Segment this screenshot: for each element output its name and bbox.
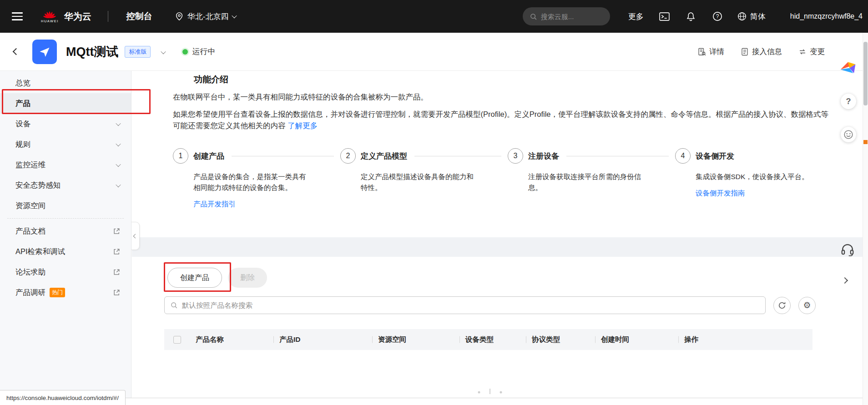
top-navbar: HUAWEI 华为云 控制台 华北-北京四 更多 [0,0,868,33]
details-icon [698,48,706,56]
language-label: 简体 [750,11,766,22]
sidebar-item-rules[interactable]: 规则 [0,134,131,155]
search-icon [530,13,537,20]
instance-switch-chevron[interactable] [161,48,165,56]
sidebar: 总览 产品 设备 规则 监控运维 安全态势感知 资源空间 产品文档 [0,71,131,398]
sidebar-item-resource-space[interactable]: 资源空间 [0,195,131,216]
assistant-mascot-icon[interactable] [839,59,857,75]
access-info-button[interactable]: 接入信息 [741,47,782,57]
step-device-dev: 4 设备侧开发 集成设备侧SDK，使设备接入平台。 设备侧开发指南 [675,148,843,209]
delete-button[interactable]: 删除 [228,268,267,288]
global-search-input[interactable] [541,13,595,20]
change-button[interactable]: 变更 [798,47,825,57]
sidebar-item-forum-help[interactable]: 论坛求助 [0,262,131,282]
empty-state-glyph [476,387,504,397]
column-resource-space: 资源空间 [372,329,459,350]
product-list-section: 创建产品 删除 ⚙ 产品名称 [132,257,863,398]
external-link-icon [113,248,120,255]
column-product-name: 产品名称 [190,329,273,350]
external-link-icon [113,269,120,275]
huawei-flower-icon [42,10,57,19]
sidebar-item-product-docs[interactable]: 产品文档 [0,221,131,241]
region-selector[interactable]: 华北-北京四 [175,11,237,22]
chevron-down-icon [232,13,237,18]
sidebar-item-product-survey[interactable]: 产品调研 热门 [0,282,131,303]
chevron-down-icon [116,141,121,146]
scrollbar-thumb[interactable] [863,42,868,105]
svg-text:?: ? [716,13,719,20]
step-number: 3 [508,148,523,164]
create-product-button[interactable]: 创建产品 [167,268,222,288]
iot-app-icon [32,40,57,64]
step-number: 1 [173,148,188,164]
status-label: 运行中 [192,46,215,57]
sidebar-item-api-explorer[interactable]: API检索和调试 [0,241,131,262]
sidebar-item-security[interactable]: 安全态势感知 [0,175,131,195]
details-label: 详情 [709,47,724,57]
notifications-bell-icon[interactable] [686,11,696,22]
globe-icon [737,12,747,21]
step-number: 4 [675,148,691,164]
access-info-icon [741,48,749,56]
sidebar-item-monitoring[interactable]: 监控运维 [0,155,131,175]
help-float-button[interactable]: ? [841,94,856,109]
hamburger-menu-icon[interactable] [12,12,23,20]
column-product-id: 产品ID [273,329,372,350]
section-gap [132,237,863,257]
region-label: 华北-北京四 [187,11,229,22]
learn-more-link[interactable]: 了解更多 [288,121,318,130]
details-button[interactable]: 详情 [698,47,724,57]
chevron-down-icon [116,120,121,125]
external-link-icon [113,228,120,235]
change-icon [798,48,807,56]
step-register-device: 3 注册设备 注册设备获取连接平台所需的身份信息。 [508,148,675,209]
table-settings-button[interactable]: ⚙ [798,297,816,314]
console-link[interactable]: 控制台 [126,10,152,22]
support-headset-button[interactable] [840,243,855,256]
column-operation: 操作 [678,329,812,350]
header-actions: 详情 接入信息 变更 [698,47,825,57]
language-selector[interactable]: 简体 [737,11,766,22]
refresh-button[interactable] [773,297,791,314]
expand-panel-button[interactable] [843,278,847,283]
back-button[interactable] [14,48,19,56]
status-url: https://console.huaweicloud.com/iotdm/#/ [6,395,119,401]
product-dev-guide-link[interactable]: 产品开发指引 [193,200,236,208]
external-link-icon [113,289,120,296]
step-connector [232,156,334,156]
page-scrollbar[interactable] [863,33,868,405]
sidebar-item-device[interactable]: 设备 [0,114,131,134]
sidebar-item-product[interactable]: 产品 [0,93,131,114]
page-title: MQtt测试 [66,44,118,60]
account-id[interactable]: hid_nmzqzrcyhwf8e_4 [790,12,863,20]
huawei-wordmark: HUAWEI [41,19,59,23]
intro-paragraph-2: 如果您希望使用平台查看设备上报的数据信息，并对设备进行管理控制，就需要开发产品模… [173,109,833,131]
function-intro-section: 功能介绍 在物联网平台中，某一类具有相同能力或特征的设备的合集被称为一款产品。 … [132,71,863,237]
search-icon [170,301,178,309]
product-search-input[interactable] [182,301,760,310]
select-all-checkbox[interactable] [173,336,181,344]
refresh-icon [778,301,786,310]
product-search[interactable] [164,296,766,314]
step-connector [566,156,669,156]
feedback-smiley-button[interactable] [841,127,856,142]
huawei-cloud-console: HUAWEI 华为云 控制台 华北-北京四 更多 [0,0,868,405]
cloudshell-icon[interactable] [659,11,670,22]
huawei-logo[interactable]: HUAWEI [41,10,59,23]
nav-more-link[interactable]: 更多 [628,11,644,22]
brand-name[interactable]: 华为云 [64,10,91,23]
global-search[interactable] [523,7,610,25]
help-icon[interactable]: ? [712,11,723,22]
scrollbar-marker [863,140,868,144]
step-connector [414,156,501,156]
sidebar-collapse-button[interactable] [131,222,140,250]
sidebar-item-overview[interactable]: 总览 [0,73,131,93]
change-label: 变更 [810,47,825,57]
intro-paragraph-1: 在物联网平台中，某一类具有相同能力或特征的设备的合集被称为一款产品。 [173,91,833,103]
device-dev-guide-link[interactable]: 设备侧开发指南 [696,189,745,197]
paper-plane-icon [38,45,51,58]
running-status-dot [182,49,188,55]
headset-icon [840,243,855,256]
column-protocol-type: 协议类型 [526,329,595,350]
chevron-down-icon [116,182,121,187]
